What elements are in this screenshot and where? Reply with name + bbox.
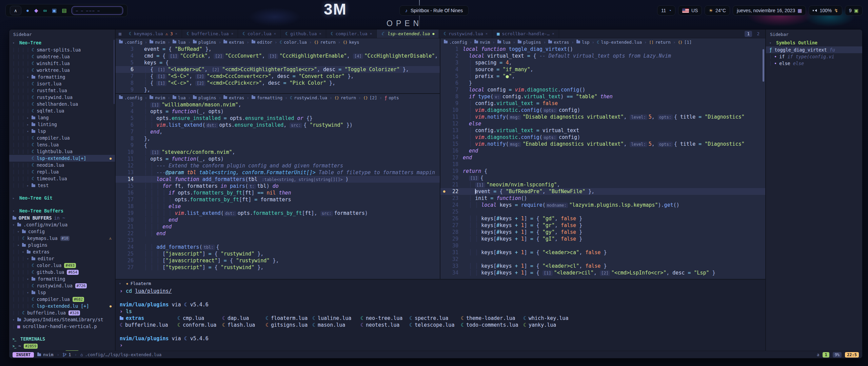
tree-item-shellharden-lua[interactable]: ││││☾shellharden.lua	[9, 101, 115, 107]
tree-item-compiler-lua[interactable]: ││││☾compiler.lua#682	[9, 296, 115, 303]
symbol-toggle-diag-virtext[interactable]: ƒtoggle_diag_virtextfu	[766, 46, 862, 53]
tree-item-linting[interactable]: │││▸linting	[9, 121, 115, 128]
tree-item-open-buffers[interactable]: OPEN BUFFERSin ~	[9, 215, 115, 221]
code-action-lightbulb-icon[interactable]: ●	[443, 189, 446, 194]
tree-item-rustywind-lua[interactable]: ││││☾rustywind.lua	[9, 94, 115, 101]
tab-github-lua[interactable]: ☾github.lua×	[281, 29, 326, 38]
tree-item-scrollbar-handle-vertical-p[interactable]: │▦scrollbar-handle-vertical.p	[9, 323, 115, 330]
tree-item-lens-lua[interactable]: ││││☾lens.lua	[9, 141, 115, 148]
tab-lsp-extended-lua[interactable]: ☾lsp-extended.lua●	[377, 29, 439, 38]
breadcrumb-item[interactable]: extras	[223, 95, 244, 100]
editor-pane-rustywind-lua[interactable]: .config›nvim›lua›plugins›extras›formatti…	[116, 94, 440, 279]
breadcrumb-item[interactable]: {}keys	[343, 40, 359, 45]
tabpage-1[interactable]: 1	[745, 31, 752, 37]
tab-color-lua[interactable]: ☾color.lua×	[238, 29, 281, 38]
chat-app-icon[interactable]: ◆	[34, 7, 38, 14]
symbol-else[interactable]: │•elseelse	[766, 60, 862, 67]
breadcrumb-item[interactable]: []return	[649, 40, 670, 45]
tree-item-lsp[interactable]: │││▾lsp	[9, 289, 115, 296]
tab-keymaps-lua[interactable]: ☾keymaps.lua⚠ 3×	[124, 29, 182, 38]
tree-item-isort-lua[interactable]: ││││☾isort.lua	[9, 80, 115, 87]
tree-item-config-nvim-lua[interactable]: ▾.config/nvim/lua	[9, 221, 115, 228]
tree-item-lang[interactable]: │││▸lang	[9, 114, 115, 121]
tree-item-test[interactable]: │││▸test	[9, 182, 115, 189]
tree-item-undotree-lua[interactable]: ││││☾undotree.lua	[9, 53, 115, 60]
tree-item-lsp-extended-lu[interactable]: ││││☾lsp-extended.lu[+]●	[9, 155, 115, 162]
breadcrumb-item[interactable]: lua	[173, 95, 186, 100]
section-neo-tree[interactable]: ▾Neo-Tree	[9, 39, 115, 46]
editor-pane-lsp-extended-lua[interactable]: .config›nvim›lua›plugins›extras›lsp›☾lsp…	[440, 38, 765, 279]
breadcrumb-item[interactable]: ƒopts	[384, 95, 399, 100]
breadcrumb-item[interactable]: lsp	[576, 40, 590, 45]
tree-item-lightbulb-lua[interactable]: ││││☾lightbulb.lua	[9, 148, 115, 155]
tree-item-plugins[interactable]: │▾plugins	[9, 242, 115, 248]
weather-widget[interactable]: ☀ 24°C	[705, 5, 730, 16]
breadcrumb-item[interactable]: ☾color.lua	[280, 40, 307, 45]
tab-rustywind-lua[interactable]: ☾rustywind.lua×	[439, 29, 492, 38]
launcher-button[interactable]: ∧	[10, 6, 21, 15]
close-tab-icon[interactable]: ×	[231, 32, 234, 36]
section-terminals[interactable]: >_TERMINALS	[9, 335, 115, 343]
breadcrumb-item[interactable]: {}[1]	[678, 40, 692, 45]
breadcrumb-item[interactable]: lua	[497, 40, 511, 45]
section-neo-tree-git[interactable]: ▸Neo-Tree Git	[9, 194, 115, 202]
breadcrumb-item[interactable]: nvim	[150, 40, 165, 45]
tree-item-rustfmt-lua[interactable]: ││││☾rustfmt.lua	[9, 87, 115, 94]
screenshot-widget[interactable]: 9 ▣	[845, 5, 863, 16]
terminal-item-[interactable]: >_~#2859	[9, 343, 115, 349]
tree-item-sqlfmt-lua[interactable]: ││││☾sqlfmt.lua	[9, 107, 115, 114]
tree-item-compiler-lua[interactable]: ││││☾compiler.lua	[9, 135, 115, 141]
keyboard-layout-widget[interactable]: US	[678, 5, 702, 16]
sidebar-scrollbar[interactable]	[114, 40, 115, 104]
tab-scrollbar-handle[interactable]: ▦scrollbar-handle-…×	[492, 29, 559, 38]
tree-item-editor[interactable]: │││▾editor	[9, 255, 115, 262]
close-tab-icon[interactable]: ×	[370, 32, 372, 36]
breadcrumb-item[interactable]: {}[2]	[363, 95, 377, 100]
breadcrumb-item[interactable]: .config	[119, 95, 142, 100]
terminal-app-icon[interactable]: ▣	[52, 7, 57, 14]
breadcrumb-item[interactable]: extras	[548, 40, 569, 45]
tree-item-config[interactable]: │▾config	[9, 228, 115, 235]
breadcrumb-item[interactable]: plugins	[518, 40, 541, 45]
breadcrumb-item[interactable]: lua	[173, 40, 186, 45]
tree-item-timeout-lua[interactable]: ││││☾timeout.lua	[9, 175, 115, 182]
close-tab-icon[interactable]: ×	[552, 32, 554, 36]
tree-item-github-lua[interactable]: ││││☾github.lua#654	[9, 269, 115, 276]
code-area[interactable]: 3 │ [1]"williamboman/mason.nvim",4 │ opt…	[116, 101, 440, 271]
tree-item-winshift-lua[interactable]: ││││☾winshift.lua	[9, 60, 115, 67]
media-player-widget[interactable]: ♪ Spiritbox - Rule Of Nines	[399, 5, 469, 16]
breadcrumb-item[interactable]: ☾rustywind.lua	[290, 95, 327, 100]
breadcrumb-item[interactable]: .config	[444, 40, 467, 45]
close-tab-icon[interactable]: ×	[274, 32, 276, 36]
tab-compiler-lua[interactable]: ☾compiler.lua×	[326, 29, 377, 38]
tree-item-neodim-lua[interactable]: ││││☾neodim.lua	[9, 162, 115, 168]
symbol-if[interactable]: │•ifif type(config.vi	[766, 53, 862, 60]
files-app-icon[interactable]: ▤	[62, 7, 67, 14]
date-widget[interactable]: jueves, noviembre 16, 2023 ▦	[733, 5, 806, 16]
breadcrumb-item[interactable]: formatting	[252, 95, 282, 100]
tree-item-lsp-extended-lu[interactable]: ││││☾lsp-extended.lu [+]●	[9, 303, 115, 309]
breadcrumb-item[interactable]: editor	[252, 40, 272, 45]
tree-item-color-lua[interactable]: ││││☾color.lua#493	[9, 262, 115, 269]
taskbar-search-input[interactable]: ‒ ‒ ‒‒‒ ‒	[72, 6, 123, 15]
timer-widget[interactable]: 11 ◔	[657, 5, 675, 16]
code-area[interactable]: 3 event = { "BufRead" },4 cmd = { [1]"Cc…	[116, 46, 440, 93]
breadcrumb-item[interactable]: nvim	[474, 40, 490, 45]
close-tab-icon[interactable]: ×	[319, 32, 321, 36]
breadcrumb-item[interactable]: ☾lsp-extended.lua	[597, 40, 642, 45]
tree-item-formatting[interactable]: │││▾formatting	[9, 74, 115, 80]
breadcrumb-item[interactable]: .config	[119, 40, 142, 45]
breadcrumb-item[interactable]: nvim	[150, 95, 165, 100]
panel-toggle-icon[interactable]: ▦	[116, 29, 124, 38]
breadcrumb-item[interactable]: plugins	[193, 40, 216, 45]
tree-item-worktree-lua[interactable]: ││││☾worktree.lua	[9, 67, 115, 74]
section-neo-tree-buffers[interactable]: ▾Neo-Tree Buffers	[9, 207, 115, 215]
tab-bufferline-lua[interactable]: ☾bufferline.lua×	[182, 29, 238, 38]
close-tab-icon[interactable]: ×	[175, 32, 178, 36]
tree-item-smart-splits-lua[interactable]: ││││☾smart-splits.lua	[9, 46, 115, 53]
tabpage-2[interactable]: 2	[754, 31, 762, 37]
tree-item-formatting[interactable]: │││▾formatting	[9, 276, 115, 282]
tree-item-keymaps-lua[interactable]: ││☾keymaps.lua#10⚠	[9, 235, 115, 242]
editor-pane-color-lua[interactable]: .config›nvim›lua›plugins›extras›editor›☾…	[116, 38, 440, 94]
tree-item-lsp[interactable]: │││▾lsp	[9, 128, 115, 135]
